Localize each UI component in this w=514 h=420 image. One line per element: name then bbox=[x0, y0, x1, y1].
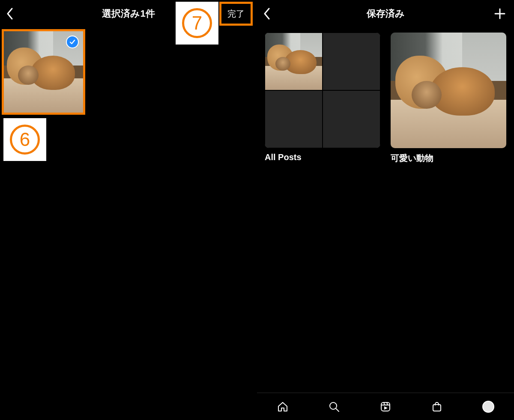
back-button[interactable] bbox=[6, 7, 14, 20]
collection-label: All Posts bbox=[265, 152, 380, 162]
thumbnail-image bbox=[265, 33, 322, 90]
svg-line-3 bbox=[336, 408, 339, 411]
selected-check-icon bbox=[66, 36, 79, 48]
done-button[interactable]: 完了 bbox=[227, 8, 245, 20]
svg-rect-4 bbox=[381, 402, 390, 411]
page-title: 選択済み1件 bbox=[102, 7, 155, 20]
done-highlight-box: 完了 bbox=[219, 2, 253, 26]
collection-all-posts[interactable]: All Posts bbox=[265, 33, 380, 164]
reels-icon bbox=[380, 401, 391, 413]
nav-search[interactable] bbox=[326, 398, 343, 415]
nav-profile[interactable] bbox=[480, 398, 497, 415]
collection-cover bbox=[391, 33, 506, 148]
add-button[interactable] bbox=[493, 7, 506, 20]
callout-marker-6: 6 bbox=[3, 118, 46, 161]
collections-grid: All Posts 可愛い動物 bbox=[265, 33, 506, 164]
profile-avatar-icon bbox=[482, 401, 494, 413]
home-icon bbox=[277, 401, 289, 413]
header-saved: 保存済み bbox=[257, 0, 514, 27]
collection-quad bbox=[265, 33, 380, 148]
thumbnail-image bbox=[391, 33, 506, 148]
callout-marker-7: 7 bbox=[176, 2, 218, 45]
page-title: 保存済み bbox=[367, 7, 405, 20]
search-icon bbox=[328, 401, 340, 413]
chevron-left-icon bbox=[263, 7, 271, 20]
selected-thumbnail[interactable] bbox=[2, 29, 85, 115]
screen-saved: 保存済み All Posts bbox=[257, 0, 514, 420]
nav-reels[interactable] bbox=[377, 398, 394, 415]
chevron-left-icon bbox=[6, 7, 14, 20]
back-button[interactable] bbox=[263, 7, 271, 20]
collection-label: 可愛い動物 bbox=[391, 152, 506, 164]
nav-home[interactable] bbox=[274, 398, 291, 415]
shop-icon bbox=[431, 401, 443, 413]
callout-number: 7 bbox=[182, 8, 212, 38]
collection-cute-animals[interactable]: 可愛い動物 bbox=[391, 33, 506, 164]
screen-select: 選択済み1件 完了 6 7 bbox=[0, 0, 257, 420]
bottom-nav bbox=[257, 393, 514, 420]
svg-rect-9 bbox=[433, 405, 441, 411]
collection-cover bbox=[265, 33, 380, 148]
callout-number: 6 bbox=[10, 125, 40, 155]
nav-shop[interactable] bbox=[428, 398, 445, 415]
plus-icon bbox=[493, 7, 506, 20]
svg-marker-8 bbox=[384, 406, 388, 410]
header-select: 選択済み1件 完了 bbox=[0, 0, 257, 27]
